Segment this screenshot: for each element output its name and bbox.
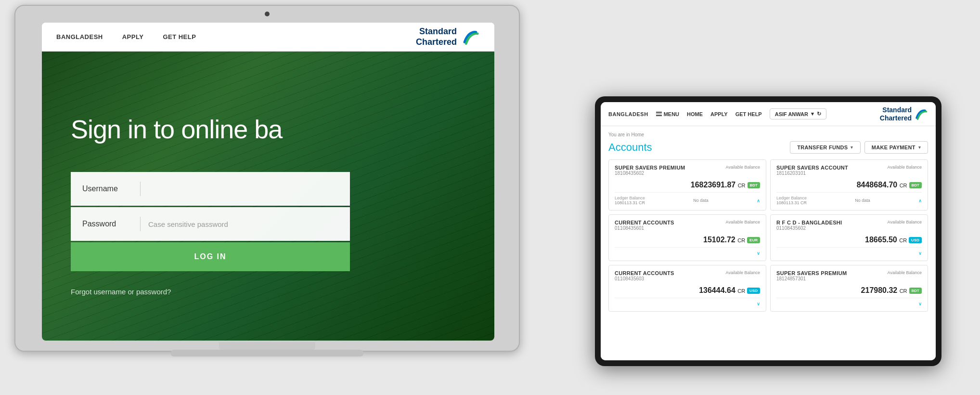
account-card: R F C D - BANGLADESHI 01108435602 Availa… xyxy=(770,214,928,261)
account-number: 18124857301 xyxy=(776,276,847,281)
currency-badge: BDT xyxy=(909,288,922,294)
nav-country[interactable]: BANGLADESH xyxy=(56,33,103,40)
available-balance-label: Available Balance xyxy=(888,165,922,170)
account-balance: 8448684.70 CR xyxy=(857,181,907,189)
account-number: 18116203101 xyxy=(776,171,848,176)
account-name: CURRENT ACCOUNTS xyxy=(615,220,674,225)
breadcrumb: You are in Home xyxy=(608,132,928,137)
password-field-container: Password Case sensitive password xyxy=(71,207,350,241)
account-name: SUPER SAVERS PREMIUM xyxy=(615,165,685,171)
available-balance-label: Available Balance xyxy=(726,270,760,275)
currency-badge: BDT xyxy=(748,182,760,188)
laptop-body: BANGLADESH APPLY GET HELP Standard Chart… xyxy=(14,5,520,352)
account-balance: 15102.72 CR xyxy=(703,236,745,244)
accounts-grid: SUPER SAVERS PREMIUM 18108435602 Availab… xyxy=(608,159,928,312)
tablet-navbar: BANGLADESH MENU HOME APPLY GET HELP ASIF… xyxy=(601,102,936,126)
login-form: Username Password Case sensitive passwor… xyxy=(71,172,350,271)
account-balance-row: 136444.64 CR USD xyxy=(615,286,760,295)
account-card: CURRENT ACCOUNTS 01108435601 Available B… xyxy=(608,214,766,261)
login-button[interactable]: LOG IN xyxy=(71,242,350,271)
collapse-icon[interactable]: ∧ xyxy=(757,198,760,203)
tablet-logo-text: Standard Chartered xyxy=(880,106,912,122)
account-card: SUPER SAVERS ACCOUNT 18116203101 Availab… xyxy=(770,159,928,211)
ledger-no-data: No data xyxy=(855,198,870,203)
field-divider xyxy=(140,182,141,196)
account-card: CURRENT ACCOUNTS 01108435603 Available B… xyxy=(608,265,766,312)
ledger-label: Ledger Balance xyxy=(776,196,807,200)
account-ledger-row: ∨ xyxy=(776,247,922,256)
account-balance-row: 18665.50 CR USD xyxy=(776,236,922,244)
account-card: SUPER SAVERS PREMIUM 18108435602 Availab… xyxy=(608,159,766,211)
transfer-funds-button[interactable]: TRANSFER FUNDS ▾ xyxy=(790,141,860,154)
expand-icon[interactable]: ∨ xyxy=(757,250,760,256)
expand-icon[interactable]: ∨ xyxy=(757,301,760,306)
account-balance: 217980.32 CR xyxy=(861,286,907,295)
ledger-label: Ledger Balance xyxy=(615,196,645,200)
tablet-nav-home[interactable]: HOME xyxy=(687,111,703,117)
login-button-label: LOG IN xyxy=(194,252,226,261)
available-balance-label: Available Balance xyxy=(888,270,922,275)
account-card-top: SUPER SAVERS ACCOUNT 18116203101 Availab… xyxy=(776,165,922,179)
tablet-nav-menu-btn[interactable]: MENU xyxy=(656,111,679,117)
ledger-no-data: No data xyxy=(693,198,709,203)
currency-badge: BDT xyxy=(909,182,922,188)
laptop-base xyxy=(171,350,363,356)
transfer-funds-label: TRANSFER FUNDS xyxy=(797,145,848,150)
expand-icon[interactable]: ∨ xyxy=(918,301,922,306)
hero-title: Sign in to online ba xyxy=(71,114,282,144)
account-card-top: CURRENT ACCOUNTS 01108435603 Available B… xyxy=(615,270,760,284)
forgot-link[interactable]: Forgot username or password? xyxy=(71,288,171,296)
laptop-nav-links: BANGLADESH APPLY GET HELP xyxy=(56,33,196,40)
make-payment-chevron: ▾ xyxy=(918,145,921,150)
laptop-navbar: BANGLADESH APPLY GET HELP Standard Chart… xyxy=(42,23,494,52)
account-name: SUPER SAVERS PREMIUM xyxy=(776,270,847,276)
tablet-nav-country[interactable]: BANGLADESH xyxy=(608,111,648,117)
password-placeholder: Case sensitive password xyxy=(148,220,338,228)
ledger-info: Ledger Balance 1080113.31 CR xyxy=(776,196,807,205)
account-name: CURRENT ACCOUNTS xyxy=(615,270,674,276)
account-number: 01108435602 xyxy=(776,225,842,231)
account-ledger-row: Ledger Balance 1080113.31 CR No data ∧ xyxy=(776,192,922,205)
laptop-screen: BANGLADESH APPLY GET HELP Standard Chart… xyxy=(42,23,494,341)
account-card-top: SUPER SAVERS PREMIUM 18108435602 Availab… xyxy=(615,165,760,179)
account-name: R F C D - BANGLADESHI xyxy=(776,220,842,225)
password-label: Password xyxy=(82,220,140,228)
currency-badge: EUR xyxy=(747,237,760,243)
make-payment-button[interactable]: MAKE PAYMENT ▾ xyxy=(864,141,928,154)
make-payment-label: MAKE PAYMENT xyxy=(872,145,916,150)
logo-text: Standard Chartered xyxy=(416,26,457,47)
ledger-info: Ledger Balance 1080113.31 CR xyxy=(615,196,645,205)
transfer-funds-chevron: ▾ xyxy=(851,145,853,150)
account-ledger-row: ∨ xyxy=(615,247,760,256)
collapse-icon[interactable]: ∧ xyxy=(918,198,922,203)
tablet-device: BANGLADESH MENU HOME APPLY GET HELP ASIF… xyxy=(595,96,941,366)
accounts-title: Accounts xyxy=(608,141,652,154)
tablet-nav-get-help[interactable]: GET HELP xyxy=(735,111,762,117)
hamburger-icon xyxy=(656,112,662,116)
account-balance-row: 217980.32 CR BDT xyxy=(776,286,922,295)
laptop-hero: Sign in to online ba Username Password C… xyxy=(42,52,494,341)
accounts-action-buttons: TRANSFER FUNDS ▾ MAKE PAYMENT ▾ xyxy=(790,141,928,154)
account-card: SUPER SAVERS PREMIUM 18124857301 Availab… xyxy=(770,265,928,312)
account-number: 01108435603 xyxy=(615,276,674,281)
account-ledger-row: ∨ xyxy=(615,298,760,306)
tablet-logo: Standard Chartered xyxy=(880,106,928,122)
account-card-top: SUPER SAVERS PREMIUM 18124857301 Availab… xyxy=(776,270,922,284)
tablet-sc-logo-icon xyxy=(914,107,928,121)
nav-apply[interactable]: APPLY xyxy=(122,33,144,40)
chevron-down-icon: ▾ xyxy=(811,111,814,117)
laptop-camera xyxy=(265,12,270,16)
account-ledger-row: Ledger Balance 1080113.31 CR No data ∧ xyxy=(615,192,760,205)
tablet-user-btn[interactable]: ASIF ANWAR ▾ ↻ xyxy=(770,108,826,119)
accounts-header: Accounts TRANSFER FUNDS ▾ MAKE PAYMENT ▾ xyxy=(608,141,928,154)
tablet-main-content: You are in Home Accounts TRANSFER FUNDS … xyxy=(601,126,936,360)
expand-icon[interactable]: ∨ xyxy=(918,250,922,256)
field-divider-2 xyxy=(140,217,141,231)
username-input[interactable] xyxy=(148,185,338,193)
tablet-nav-apply[interactable]: APPLY xyxy=(710,111,728,117)
refresh-icon: ↻ xyxy=(817,111,821,117)
account-balance-row: 15102.72 CR EUR xyxy=(615,236,760,244)
currency-badge: USD xyxy=(747,288,760,294)
laptop-device: BANGLADESH APPLY GET HELP Standard Chart… xyxy=(14,5,520,371)
nav-get-help[interactable]: GET HELP xyxy=(163,33,196,40)
